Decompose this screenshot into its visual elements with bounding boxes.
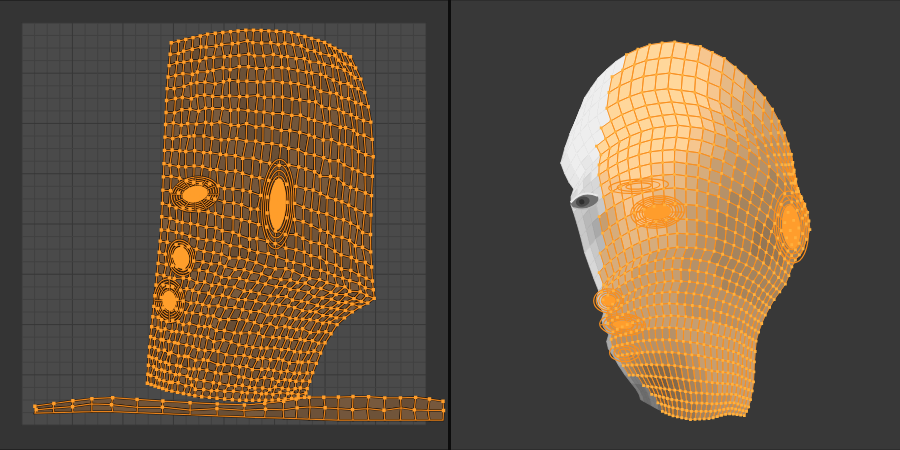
uv-canvas[interactable] [0, 0, 448, 450]
viewport-3d-canvas[interactable] [451, 0, 900, 450]
viewport-3d-panel[interactable] [451, 0, 900, 450]
blender-window [0, 0, 900, 450]
uv-editor-panel[interactable] [0, 0, 448, 450]
